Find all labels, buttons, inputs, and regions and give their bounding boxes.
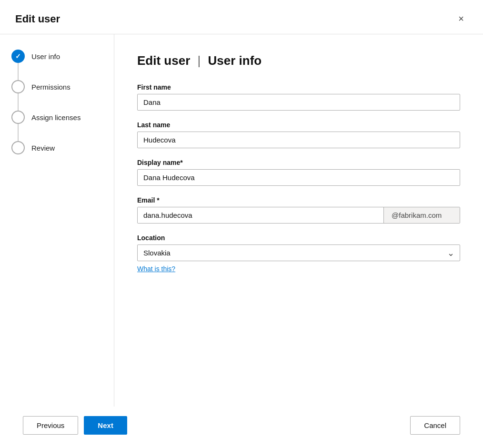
step-connector-3	[18, 124, 19, 141]
last-name-input[interactable]	[137, 132, 460, 148]
section-title-suffix: User info	[208, 53, 262, 68]
dialog-body: ✓ User info Permissions Assign licenses …	[0, 34, 483, 407]
section-title: Edit user | User info	[137, 53, 460, 68]
dialog-header: Edit user ×	[0, 0, 483, 34]
last-name-label: Last name	[137, 121, 460, 129]
cancel-button[interactable]: Cancel	[410, 416, 460, 435]
step-label-assign-licenses: Assign licenses	[31, 113, 80, 122]
section-title-divider: |	[197, 53, 201, 68]
step-connector-2	[18, 93, 19, 111]
email-username-input[interactable]	[138, 207, 383, 223]
step-circle-permissions	[11, 80, 25, 93]
section-title-prefix: Edit user	[137, 53, 190, 68]
step-connector-1	[18, 63, 19, 80]
checkmark-icon: ✓	[15, 52, 21, 60]
step-circle-review	[11, 141, 25, 154]
first-name-input[interactable]	[137, 94, 460, 111]
stepper: ✓ User info Permissions Assign licenses …	[0, 34, 114, 407]
step-label-permissions: Permissions	[31, 83, 70, 91]
next-button[interactable]: Next	[84, 416, 127, 435]
edit-user-dialog: Edit user × ✓ User info Permissions Assi…	[0, 0, 483, 448]
email-row: @fabrikam.com	[137, 207, 460, 224]
main-content: Edit user | User info First name Last na…	[114, 34, 483, 407]
step-assign-licenses[interactable]: Assign licenses	[11, 111, 102, 124]
step-permissions[interactable]: Permissions	[11, 80, 102, 93]
email-label: Email *	[137, 196, 460, 204]
first-name-group: First name	[137, 83, 460, 111]
step-label-review: Review	[31, 144, 55, 152]
previous-button[interactable]: Previous	[23, 416, 78, 435]
location-label: Location	[137, 234, 460, 242]
location-select[interactable]: Slovakia United States United Kingdom Ge…	[137, 244, 460, 261]
display-name-input[interactable]	[137, 169, 460, 186]
email-domain: @fabrikam.com	[383, 207, 460, 223]
step-user-info[interactable]: ✓ User info	[11, 50, 102, 63]
first-name-label: First name	[137, 83, 460, 91]
display-name-label: Display name*	[137, 159, 460, 166]
display-name-group: Display name*	[137, 159, 460, 186]
footer-left-buttons: Previous Next	[23, 416, 127, 435]
location-group: Location Slovakia United States United K…	[137, 234, 460, 273]
last-name-group: Last name	[137, 121, 460, 148]
dialog-footer: Previous Next Cancel	[0, 407, 483, 448]
close-button[interactable]: ×	[454, 11, 468, 26]
step-label-user-info: User info	[31, 52, 60, 61]
step-circle-user-info: ✓	[11, 50, 25, 63]
step-circle-assign-licenses	[11, 111, 25, 124]
what-is-this-link[interactable]: What is this?	[137, 265, 175, 273]
email-group: Email * @fabrikam.com	[137, 196, 460, 224]
step-review[interactable]: Review	[11, 141, 102, 154]
dialog-title: Edit user	[15, 13, 60, 25]
location-select-wrapper: Slovakia United States United Kingdom Ge…	[137, 244, 460, 261]
